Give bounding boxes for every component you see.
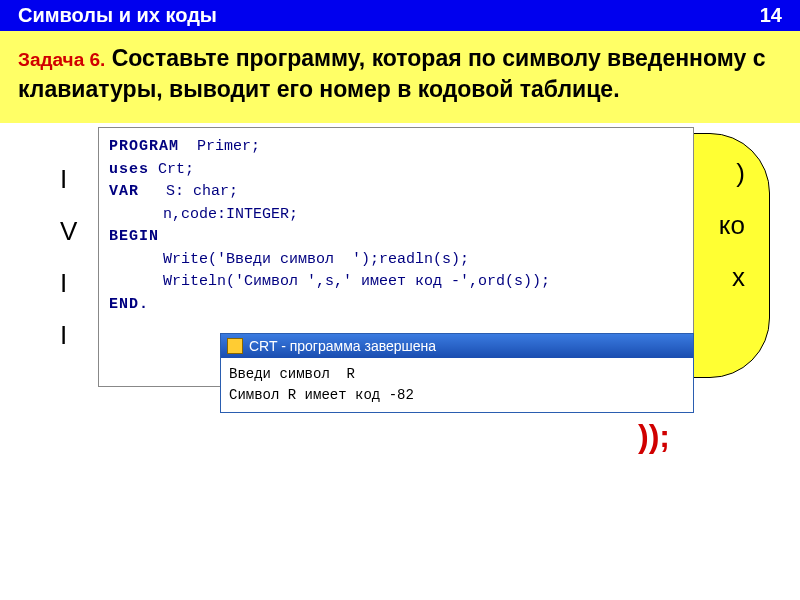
- task-block: Задача 6. Составьте программу, которая п…: [0, 31, 800, 123]
- code-line: Writeln('Символ ',s,' имеет код -',ord(s…: [109, 271, 683, 294]
- code-text: S: char;: [139, 183, 238, 200]
- keyword: VAR: [109, 183, 139, 200]
- console-line: Введи символ R: [229, 364, 685, 385]
- bg-frag: V: [60, 205, 77, 257]
- console-titlebar: CRT - программа завершена: [221, 334, 693, 358]
- console-line: Символ R имеет код -82: [229, 385, 685, 406]
- code-line: PROGRAM Primer;: [109, 136, 683, 159]
- app-icon: [227, 338, 243, 354]
- code-line: END.: [109, 294, 683, 317]
- console-title-text: CRT - программа завершена: [249, 338, 436, 354]
- content-area: I V I I ) ко х )); PROGRAM Primer; uses …: [0, 123, 800, 583]
- code-text: Crt;: [149, 161, 194, 178]
- keyword: BEGIN: [109, 228, 159, 245]
- code-text: Primer;: [179, 138, 260, 155]
- slide-header: Символы и их коды 14: [0, 0, 800, 31]
- bg-frag: I: [60, 257, 77, 309]
- background-paren: ));: [638, 418, 670, 455]
- bg-frag: ко: [719, 199, 745, 251]
- bg-frag: I: [60, 309, 77, 361]
- background-text-left: I V I I: [60, 153, 77, 361]
- console-window: CRT - программа завершена Введи символ R…: [220, 333, 694, 413]
- background-text-right: ) ко х: [719, 147, 745, 303]
- code-line: uses Crt;: [109, 159, 683, 182]
- slide-title: Символы и их коды: [18, 4, 217, 27]
- code-line: n,code:INTEGER;: [109, 204, 683, 227]
- code-line: BEGIN: [109, 226, 683, 249]
- keyword: END.: [109, 296, 149, 313]
- code-line: Write('Введи символ ');readln(s);: [109, 249, 683, 272]
- task-text: Составьте программу, которая по символу …: [18, 45, 765, 102]
- bg-frag: ): [719, 147, 745, 199]
- console-body: Введи символ R Символ R имеет код -82: [221, 358, 693, 412]
- bg-frag: I: [60, 153, 77, 205]
- code-line: VAR S: char;: [109, 181, 683, 204]
- keyword: uses: [109, 161, 149, 178]
- keyword: PROGRAM: [109, 138, 179, 155]
- slide-number: 14: [760, 4, 782, 27]
- task-label: Задача 6.: [18, 49, 105, 70]
- bg-frag: х: [719, 251, 745, 303]
